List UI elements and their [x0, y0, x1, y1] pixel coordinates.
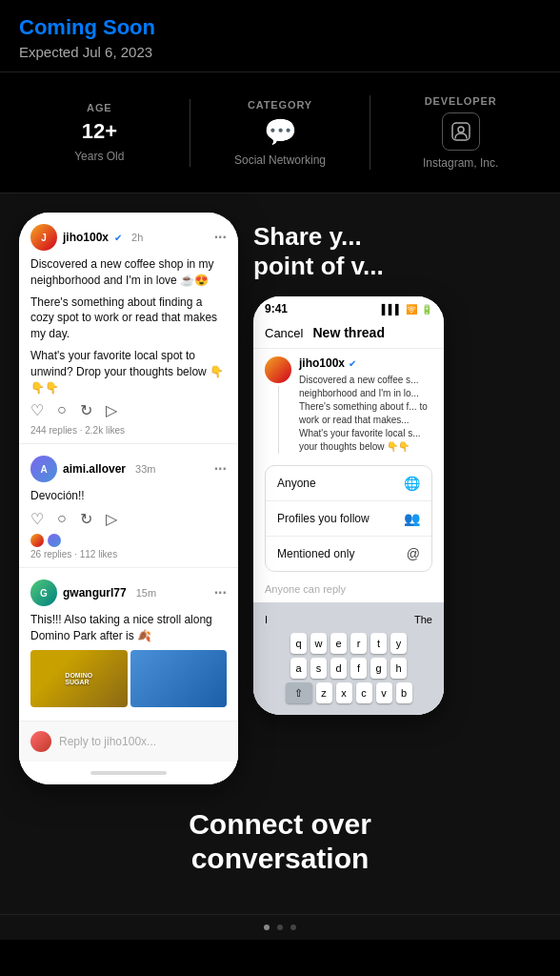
nav-dot-2[interactable] [277, 925, 283, 930]
username-jiho: jiho100x [63, 231, 109, 244]
reply-option-anyone[interactable]: Anyone 🌐 [266, 466, 431, 501]
key-d[interactable]: d [330, 658, 347, 679]
reply-option-mention[interactable]: Mentioned only @ [266, 537, 431, 571]
post-stats-2: 26 replies · 112 likes [30, 549, 227, 559]
key-shift[interactable]: ⇧ [286, 682, 312, 703]
right-content: Share y...point of v... 9:41 ▌▌▌ 🛜 🔋 Can… [253, 213, 541, 715]
preview-post-text: Discovered a new coffee s... neighborhoo… [299, 374, 432, 454]
key-s[interactable]: s [310, 658, 327, 679]
key-f[interactable]: f [350, 658, 367, 679]
heart-icon-1[interactable]: ♡ [30, 401, 44, 419]
nav-dot-1[interactable] [264, 925, 270, 930]
more-icon-3[interactable]: ··· [214, 584, 227, 601]
suggestion-1[interactable]: I [265, 614, 268, 625]
key-a[interactable]: a [290, 658, 307, 679]
avatar-aimi: A [30, 456, 57, 482]
age-value: 12+ [82, 119, 117, 144]
reply-bar[interactable]: Reply to jiho100x... [19, 721, 238, 762]
post-user-row-1: J jiho100x ✔ 2h [30, 224, 143, 251]
preview-username: jiho100x [299, 356, 345, 370]
info-age: AGE 12+ Years Old [10, 102, 190, 163]
post-stats-1: 244 replies · 2.2k likes [30, 425, 227, 436]
reply-option-follow[interactable]: Profiles you follow 👥 [266, 501, 431, 537]
key-e[interactable]: e [330, 633, 347, 654]
info-developer: DEVELOPER Instagram, Inc. [370, 95, 550, 170]
reply-input[interactable]: Reply to jiho100x... [59, 735, 156, 748]
comment-icon-2[interactable]: ○ [57, 510, 67, 528]
comment-icon-1[interactable]: ○ [57, 401, 67, 419]
signal-icon: ▌▌▌ [382, 304, 402, 315]
username-aimi: aimi.allover [63, 462, 126, 476]
share-icon-2[interactable]: ▷ [106, 510, 117, 528]
key-c[interactable]: c [356, 682, 372, 703]
age-sub: Years Old [74, 150, 124, 163]
home-bar [90, 771, 167, 775]
developer-value: Instagram, Inc. [423, 156, 498, 170]
post-actions-1: ♡ ○ ↻ ▷ [30, 401, 227, 419]
anyone-label: Anyone [277, 477, 316, 490]
key-z[interactable]: z [316, 682, 332, 703]
key-x[interactable]: x [336, 682, 352, 703]
info-row: AGE 12+ Years Old CATEGORY 💬 Social Netw… [0, 72, 560, 193]
header-section: Coming Soon Expected Jul 6, 2023 [0, 0, 560, 72]
key-t[interactable]: t [370, 633, 387, 654]
svg-point-1 [458, 127, 464, 132]
screenshots-container: J jiho100x ✔ 2h ··· Discovered a new cof… [0, 213, 560, 784]
repost-icon-2[interactable]: ↻ [80, 510, 92, 528]
key-r[interactable]: r [350, 633, 367, 654]
keyboard-area: I The q w e r t y a s [253, 602, 444, 715]
globe-icon: 🌐 [404, 476, 420, 491]
suggestion-2[interactable]: The [414, 614, 432, 625]
thread-header-right: Cancel New thread [253, 317, 444, 349]
share-text: Share y...point of v... [253, 222, 541, 281]
post-header-1: J jiho100x ✔ 2h ··· [30, 224, 227, 251]
wifi-icon: 🛜 [406, 304, 417, 315]
verified-icon-1: ✔ [114, 233, 122, 243]
key-g[interactable]: g [370, 658, 387, 679]
key-v[interactable]: v [376, 682, 392, 703]
developer-label: DEVELOPER [425, 95, 497, 107]
bottom-nav [0, 914, 560, 940]
screenshots-section: J jiho100x ✔ 2h ··· Discovered a new cof… [0, 193, 560, 914]
cancel-button[interactable]: Cancel [265, 326, 303, 340]
key-b[interactable]: b [396, 682, 412, 703]
blue-image [130, 650, 228, 707]
reply-avatar [30, 731, 51, 752]
post-time-1: 2h [131, 232, 143, 243]
heart-icon-2[interactable]: ♡ [30, 510, 44, 528]
post-text-3: This!!! Also taking a nice stroll along … [30, 612, 227, 644]
battery-icon: 🔋 [421, 304, 432, 315]
post-header-3: G gwangurl77 15m ··· [30, 580, 227, 606]
caption-line-1: Connect over [189, 808, 371, 840]
more-icon-2[interactable]: ··· [214, 460, 227, 478]
home-indicator [19, 762, 238, 784]
status-bar-right: 9:41 ▌▌▌ 🛜 🔋 [253, 296, 444, 317]
people-icon: 👥 [404, 511, 420, 526]
nav-dot-3[interactable] [290, 925, 296, 930]
avatar-jiho: J [30, 224, 57, 251]
status-time: 9:41 [265, 302, 288, 315]
post-text-1a: Discovered a new coffee shop in my neigh… [30, 256, 227, 289]
avatar-gwan: G [30, 580, 57, 606]
new-thread-title: New thread [313, 325, 385, 340]
domino-image: DOMINOSUGAR [30, 650, 128, 707]
post-text-1c: What's your favorite local spot to unwin… [30, 348, 227, 396]
mention-label: Mentioned only [277, 547, 354, 560]
post-preview-area: jiho100x ✔ Discovered a new coffee s... … [253, 349, 444, 461]
at-icon: @ [407, 546, 420, 561]
left-phone-mockup: J jiho100x ✔ 2h ··· Discovered a new cof… [19, 213, 238, 784]
key-y[interactable]: y [390, 633, 407, 654]
more-icon-1[interactable]: ··· [214, 229, 227, 246]
share-icon-1[interactable]: ▷ [106, 401, 117, 419]
thread-post-3: G gwangurl77 15m ··· This!!! Also taking… [19, 568, 238, 721]
post-images-3: DOMINOSUGAR [30, 650, 227, 707]
caption-title: Connect over conversation [19, 807, 541, 876]
post-time-2: 33m [135, 463, 155, 475]
key-h[interactable]: h [390, 658, 407, 679]
post-time-3: 15m [136, 587, 156, 599]
right-phone-screen: 9:41 ▌▌▌ 🛜 🔋 Cancel New thread [253, 296, 444, 715]
key-q[interactable]: q [290, 633, 307, 654]
post-text-2: Devoción!! [30, 488, 227, 504]
repost-icon-1[interactable]: ↻ [80, 401, 92, 419]
key-w[interactable]: w [310, 633, 327, 654]
